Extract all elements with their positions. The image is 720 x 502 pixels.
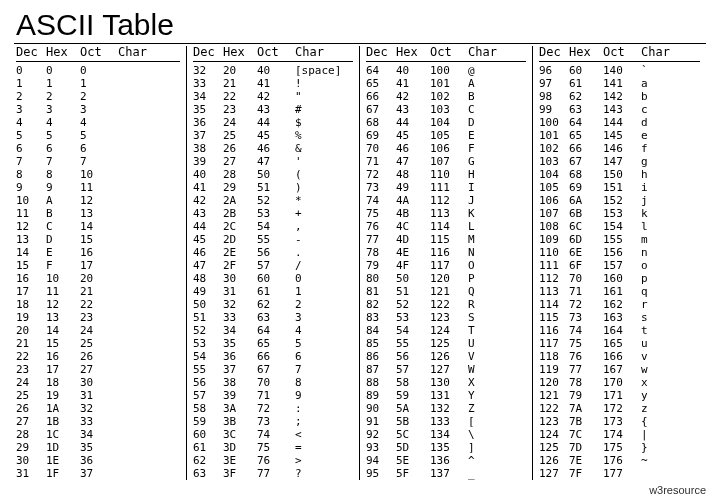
cell-char: "	[291, 90, 353, 103]
cell-dec: 16	[16, 272, 46, 285]
cell-dec: 100	[539, 116, 569, 129]
table-row: 392747'	[193, 155, 353, 168]
table-row: 9862142b	[539, 90, 700, 103]
cell-char	[114, 415, 180, 428]
table-row: 231727	[16, 363, 180, 376]
table-row: 1116F157o	[539, 259, 700, 272]
column-header: DecHexOctChar	[539, 46, 700, 62]
cell-char: 8	[291, 376, 353, 389]
cell-char: T	[464, 324, 526, 337]
cell-hex: 65	[569, 129, 603, 142]
cell-oct: 172	[603, 402, 637, 415]
cell-hex: 49	[396, 181, 430, 194]
cell-hex: 73	[569, 311, 603, 324]
cell-oct: 57	[257, 259, 291, 272]
cell-dec: 97	[539, 77, 569, 90]
cell-char	[114, 90, 180, 103]
cell-oct: 42	[257, 90, 291, 103]
cell-char: L	[464, 220, 526, 233]
cell-oct: 41	[257, 77, 291, 90]
cell-oct: 76	[257, 454, 291, 467]
cell-oct: 107	[430, 155, 464, 168]
cell-oct: 2	[80, 90, 114, 103]
cell-oct: 35	[80, 441, 114, 454]
cell-oct: 32	[80, 402, 114, 415]
cell-oct: 143	[603, 103, 637, 116]
cell-oct: 24	[80, 324, 114, 337]
cell-hex: 64	[569, 116, 603, 129]
cell-char: 3	[291, 311, 353, 324]
cell-dec: 71	[366, 155, 396, 168]
cell-dec: 39	[193, 155, 223, 168]
ascii-column: DecHexOctChar6440100@6541101A6642102B674…	[360, 46, 533, 480]
cell-oct: 170	[603, 376, 637, 389]
table-row: 382646&	[193, 142, 353, 155]
cell-dec: 72	[366, 168, 396, 181]
cell-char	[114, 142, 180, 155]
cell-dec: 125	[539, 441, 569, 454]
cell-char: 5	[291, 337, 353, 350]
cell-dec: 66	[366, 90, 396, 103]
cell-oct: 0	[80, 64, 114, 77]
cell-dec: 120	[539, 376, 569, 389]
cell-char: G	[464, 155, 526, 168]
cell-hex: 63	[569, 103, 603, 116]
cell-hex: 13	[46, 311, 80, 324]
cell-char	[637, 467, 700, 480]
cell-hex: 69	[569, 181, 603, 194]
table-row: 452D55-	[193, 233, 353, 246]
cell-dec: 52	[193, 324, 223, 337]
table-row: 10064144d	[539, 116, 700, 129]
cell-dec: 82	[366, 298, 396, 311]
table-row: 221626	[16, 350, 180, 363]
cell-dec: 95	[366, 467, 396, 480]
cell-dec: 48	[193, 272, 223, 285]
cell-oct: 157	[603, 259, 637, 272]
cell-char	[114, 324, 180, 337]
cell-char: p	[637, 272, 700, 285]
cell-hex: 1	[46, 77, 80, 90]
cell-char: K	[464, 207, 526, 220]
cell-oct: 164	[603, 324, 637, 337]
cell-dec: 13	[16, 233, 46, 246]
table-row: 784E116N	[366, 246, 526, 259]
table-row: 9660140`	[539, 64, 700, 77]
table-row: 754B113K	[366, 207, 526, 220]
cell-hex: B	[46, 207, 80, 220]
cell-char: .	[291, 246, 353, 259]
table-row: 11674164t	[539, 324, 700, 337]
cell-oct: 22	[80, 298, 114, 311]
cell-char: k	[637, 207, 700, 220]
cell-dec: 25	[16, 389, 46, 402]
cell-char: {	[637, 415, 700, 428]
cell-oct: 27	[80, 363, 114, 376]
cell-hex: 17	[46, 363, 80, 376]
cell-hex: 53	[396, 311, 430, 324]
table-row: 6743103C	[366, 103, 526, 116]
cell-oct: 30	[80, 376, 114, 389]
table-row: 613D75=	[193, 441, 353, 454]
cell-dec: 78	[366, 246, 396, 259]
cell-char: 7	[291, 363, 353, 376]
table-row: 1227A172z	[539, 402, 700, 415]
table-row: 1106E156n	[539, 246, 700, 259]
cell-dec: 53	[193, 337, 223, 350]
table-row: 4830600	[193, 272, 353, 285]
cell-char: N	[464, 246, 526, 259]
cell-hex: 4E	[396, 246, 430, 259]
cell-oct: 46	[257, 142, 291, 155]
table-row: 372545%	[193, 129, 353, 142]
cell-hex: 29	[223, 181, 257, 194]
cell-hex: 54	[396, 324, 430, 337]
cell-hex: 22	[223, 90, 257, 103]
table-row: 15F17	[16, 259, 180, 272]
cell-char: -	[291, 233, 353, 246]
cell-oct: 122	[430, 298, 464, 311]
cell-hex: 4F	[396, 259, 430, 272]
cell-char: _	[464, 467, 526, 480]
cell-hex: 5A	[396, 402, 430, 415]
table-row: 8353123S	[366, 311, 526, 324]
header-cell: Hex	[46, 46, 80, 59]
cell-hex: 46	[396, 142, 430, 155]
cell-hex: 3	[46, 103, 80, 116]
